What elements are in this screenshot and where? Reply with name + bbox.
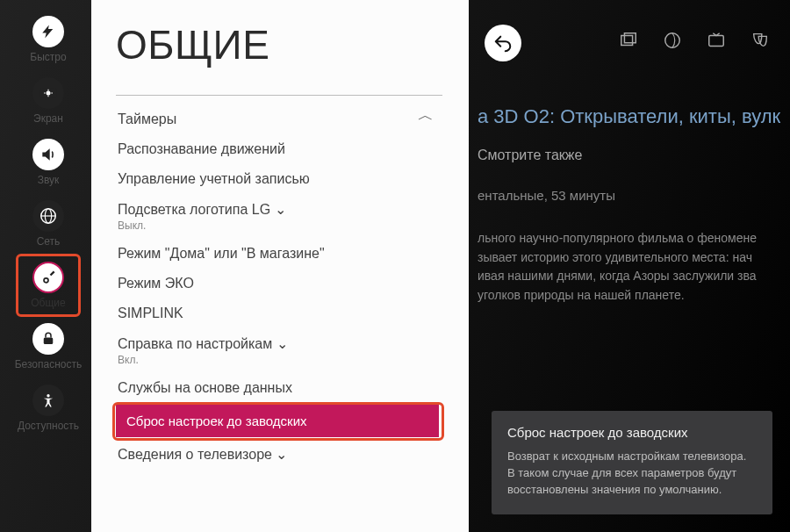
content-title: а 3D О2: Открыватели, киты, вулк <box>478 105 772 128</box>
tv-icon[interactable] <box>706 30 727 51</box>
row-data-services[interactable]: Службы на основе данных <box>116 373 444 403</box>
content-description: льного научно-популярного фильма о феном… <box>478 229 772 306</box>
svg-rect-6 <box>621 36 633 46</box>
svg-point-1 <box>47 91 51 96</box>
rail-label: Экран <box>33 112 63 125</box>
help-tooltip: Сброс настроек до заводских Возврат к ис… <box>492 411 772 514</box>
top-icon-bar <box>618 30 771 51</box>
tooltip-body: Возврат к исходным настройкам телевизора… <box>507 449 757 499</box>
row-about-tv[interactable]: Сведения о телевизоре ⌄ <box>116 439 444 470</box>
screen-icon <box>32 77 64 109</box>
row-label: SIMPLINK <box>118 306 183 320</box>
bolt-icon <box>32 16 64 47</box>
rail-item-safety[interactable]: Безопасность <box>13 314 83 376</box>
panel-title: ОБЩИЕ <box>116 21 469 68</box>
rail-label: Быстро <box>30 51 66 63</box>
svg-rect-9 <box>709 36 724 47</box>
rail-item-screen[interactable]: Экран <box>13 68 83 130</box>
row-logo-light[interactable]: Подсветка логотипа LG ⌄ Выкл. <box>116 194 444 239</box>
row-simplink[interactable]: SIMPLINK <box>116 298 444 328</box>
row-eco[interactable]: Режим ЭКО <box>116 269 444 298</box>
row-label: Режим ЭКО <box>118 276 194 291</box>
settings-panel: ОБЩИЕ ︿ Таймеры Распознавание движений У… <box>91 0 469 532</box>
row-label: Режим "Дома" или "В магазине" <box>118 246 325 261</box>
lock-icon <box>32 323 64 355</box>
photos-icon[interactable] <box>618 30 639 51</box>
row-label: Службы на основе данных <box>118 380 292 395</box>
svg-rect-4 <box>44 338 54 345</box>
rail-item-general[interactable]: Общие <box>13 253 83 314</box>
rail-item-accessibility[interactable]: Доступность <box>13 376 83 437</box>
svg-point-5 <box>47 394 49 397</box>
row-label: Справка по настройкам ⌄ <box>118 336 288 351</box>
globe-icon <box>32 200 64 232</box>
content-meta: ентальные, 53 минуты <box>478 188 772 203</box>
settings-category-rail: Быстро Экран Звук Сеть Общие Безопасност… <box>9 7 88 525</box>
row-label: Таймеры <box>118 111 176 126</box>
back-icon <box>493 33 513 53</box>
row-label: Распознавание движений <box>118 141 285 156</box>
row-label: Сброс настроек до заводских <box>126 413 307 428</box>
svg-point-8 <box>665 33 680 48</box>
svg-rect-7 <box>624 33 636 43</box>
row-account[interactable]: Управление учетной записью <box>116 164 444 194</box>
tooltip-title: Сброс настроек до заводских <box>507 425 757 440</box>
rail-item-quick[interactable]: Быстро <box>13 7 83 68</box>
theater-icon[interactable] <box>750 30 771 51</box>
rail-label: Общие <box>31 297 65 309</box>
row-label: Сведения о телевизоре ⌄ <box>118 447 287 462</box>
rail-label: Безопасность <box>15 358 83 370</box>
row-label: Управление учетной записью <box>118 171 310 186</box>
rail-label: Звук <box>38 174 60 186</box>
row-motion[interactable]: Распознавание движений <box>116 134 444 164</box>
row-factory-reset[interactable]: Сброс настроек до заводских <box>116 405 439 437</box>
see-also-label: Смотрите также <box>478 147 772 163</box>
rail-label: Доступность <box>18 420 79 432</box>
row-timers[interactable]: Таймеры <box>116 104 444 134</box>
row-label: Подсветка логотипа LG ⌄ <box>118 202 286 217</box>
row-sub: Вкл. <box>118 354 444 366</box>
sound-icon <box>32 139 64 170</box>
rail-item-sound[interactable]: Звук <box>13 130 83 191</box>
rail-item-network[interactable]: Сеть <box>13 191 83 253</box>
settings-list: ︿ Таймеры Распознавание движений Управле… <box>116 104 469 470</box>
row-settings-help[interactable]: Справка по настройкам ⌄ Вкл. <box>116 328 444 373</box>
row-sub: Выкл. <box>118 219 444 232</box>
gear-wrench-icon <box>32 262 64 293</box>
row-home-store[interactable]: Режим "Дома" или "В магазине" <box>116 239 444 269</box>
back-button[interactable] <box>485 25 521 61</box>
browser-icon[interactable] <box>662 30 683 51</box>
rail-label: Сеть <box>37 235 61 248</box>
divider <box>116 95 442 96</box>
accessibility-icon <box>32 385 64 416</box>
